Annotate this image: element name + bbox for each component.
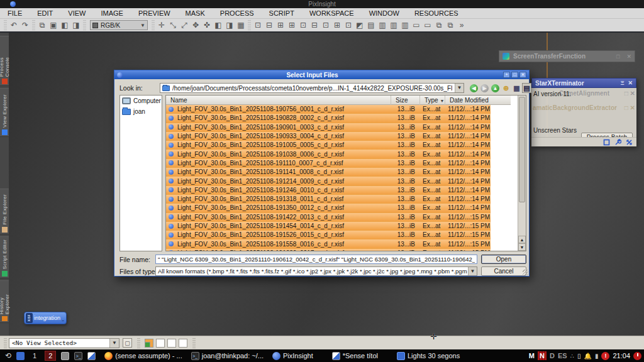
monitor-icon[interactable]: ▭ [411, 20, 422, 31]
file-row[interactable]: Light_FOV_30.0s_Bin1_20251108-190933_000… [166, 132, 491, 141]
keyboard-layout-es[interactable]: ES [558, 352, 567, 359]
workspace-1-button[interactable]: 1 [30, 351, 40, 360]
column-date-modified[interactable]: Date Modified [445, 96, 511, 105]
file-row[interactable]: Light_FOV_30.0s_Bin1_20251108-191350_001… [166, 204, 491, 212]
toolbar-grip[interactable] [4, 338, 7, 348]
foreground-background-color-swatch[interactable] [145, 339, 153, 348]
undo-icon[interactable]: ↶ [8, 20, 19, 31]
menu-resources[interactable]: RESOURCES [414, 9, 458, 17]
file-row[interactable]: Light_FOV_30.0s_Bin1_20251108-191558_001… [166, 239, 491, 248]
side-tab-script-editor[interactable]: Script Editor [0, 236, 9, 278]
view-b-icon[interactable]: ▥ [388, 20, 399, 31]
screen-mode-icon[interactable]: ⧉ [36, 20, 48, 31]
file-row[interactable]: Light_FOV_30.0s_Bin1_20251108-191038_000… [166, 150, 491, 158]
notifications-bell-icon[interactable]: 🔔 [584, 353, 591, 359]
image-reset-icon[interactable]: ⊞ [331, 20, 343, 31]
up-directory-button[interactable]: ▲ [491, 83, 500, 93]
menu-process[interactable]: PROCESS [220, 9, 254, 17]
keyboard-indicator-d[interactable]: D [550, 352, 555, 359]
sxt-track-view-icon[interactable] [626, 139, 633, 146]
workspace-2-button[interactable]: 2 [45, 351, 56, 361]
side-tab-view-explorer[interactable]: View Explorer [0, 88, 9, 137]
color-swatch-4[interactable] [179, 339, 187, 348]
image-zoom-icon[interactable]: ⊞ [275, 20, 286, 31]
image-auto-icon[interactable]: ⊡ [343, 20, 354, 31]
file-list-scrollbar[interactable]: ▲ ▼ [518, 96, 526, 251]
scrollbar-thumb[interactable] [519, 97, 525, 202]
alert-icon[interactable]: ! [601, 352, 609, 360]
image-save-icon[interactable]: ⊟ [264, 20, 275, 31]
task-lights-folder[interactable]: Lights 30 segons [397, 352, 460, 360]
window-more-icon[interactable]: » [456, 20, 467, 31]
file-row[interactable]: Light_FOV_30.0s_Bin1_20251108-191005_000… [166, 141, 491, 150]
files-of-type-combobox[interactable]: All known formats (*.bmp *.fit *.fits *.… [155, 266, 477, 276]
back-button[interactable]: ◀ [469, 83, 479, 93]
task-firefox[interactable]: (sense assumpte) - ... [104, 352, 182, 360]
iconized-image-integration[interactable]: XISF integration ▪▪ [24, 312, 67, 324]
file-row[interactable]: Light_FOV_30.0s_Bin1_20251108-191246_001… [166, 186, 491, 195]
side-tab-process-console[interactable]: Process Console [0, 36, 9, 86]
sxt-unscreen-stars-label[interactable]: Unscreen Stars [533, 127, 577, 134]
sxt-close-icon[interactable]: ✕ [628, 80, 633, 86]
sxt-shade-icon[interactable]: Ξ [621, 80, 625, 86]
new-folder-button[interactable]: ⊕ [501, 83, 511, 93]
task-pixinsight[interactable]: PixInsight [272, 352, 313, 360]
move-icon[interactable]: ✛ [156, 20, 167, 31]
stf-window-titlebar[interactable]: ScreenTransferFunction □ ✕ [499, 50, 635, 62]
file-row[interactable]: Light_FOV_30.0s_Bin1_20251108-191454_001… [166, 222, 491, 231]
detail-view-button[interactable]: ▤ [522, 83, 531, 93]
place-computer[interactable]: Computer [120, 96, 162, 106]
file-name-input[interactable] [155, 255, 477, 264]
power-button-icon[interactable] [633, 352, 641, 360]
window-cascade-icon[interactable]: ⧉ [445, 20, 456, 31]
open-button[interactable]: Open [481, 255, 526, 264]
place-joan[interactable]: joan [120, 106, 162, 117]
file-row[interactable]: Light_FOV_30.0s_Bin1_20251108-191110_000… [166, 159, 491, 168]
sxt-new-instance-icon[interactable] [603, 139, 610, 146]
half-right-icon[interactable]: ◨ [224, 20, 235, 31]
type-dropdown-arrow-icon[interactable]: ▼ [468, 267, 477, 275]
view-c-icon[interactable]: ▥ [399, 20, 411, 31]
redo-icon[interactable]: ↷ [19, 20, 31, 31]
show-desktop-button[interactable]: ⟲ [5, 351, 11, 360]
scroll-up-icon[interactable]: ▲ [518, 236, 526, 243]
monitor2-icon[interactable]: ▭ [422, 20, 433, 31]
file-row[interactable]: Light_FOV_30.0s_Bin1_20251108-191422_001… [166, 213, 491, 222]
link-views2-icon[interactable]: ◨ [70, 20, 82, 31]
column-type[interactable]: Type ▼ [420, 96, 445, 105]
menu-script[interactable]: SCRIPT [269, 9, 294, 17]
image-revert-icon[interactable]: ⊟ [309, 20, 320, 31]
task-terminal[interactable]: >_ joan@thinkpad: ~/... [191, 352, 264, 360]
image-open-icon[interactable]: ⊡ [252, 20, 264, 31]
half-left-icon[interactable]: ◧ [213, 20, 224, 31]
file-list-header[interactable]: Name Size Type ▼ Date Modified [166, 96, 511, 105]
window-menu-button[interactable] [16, 352, 25, 360]
toolbar-grip[interactable] [192, 338, 196, 348]
duplicate-window-icon[interactable]: ▣ [48, 20, 59, 31]
list-view-button[interactable]: ▦ [512, 83, 521, 93]
menu-mask[interactable]: MASK [186, 9, 205, 17]
keyboard-indicator-n[interactable]: N [538, 351, 547, 360]
view-a-icon[interactable]: ▥ [377, 20, 388, 31]
image-down-icon[interactable]: ⊞ [286, 20, 297, 31]
menu-workspace[interactable]: WORKSPACE [309, 9, 354, 17]
terminal-launcher[interactable]: >_ [74, 352, 82, 360]
image-stf-icon[interactable]: ⊡ [320, 20, 331, 31]
task-sense-titol[interactable]: *Sense títol [332, 352, 378, 360]
updates-icon[interactable]: ∴ [570, 353, 574, 359]
file-row[interactable]: Light_FOV_30.0s_Bin1_20251108-191630_001… [166, 249, 491, 251]
center-icon[interactable]: ✜ [201, 20, 213, 31]
file-row[interactable]: Light_FOV_30.0s_Bin1_20251108-191141_000… [166, 168, 491, 177]
dialog-close-icon[interactable]: ✕ [519, 72, 526, 78]
color-swatch-3[interactable] [167, 339, 176, 348]
side-tab-file-explorer[interactable]: File Explorer [0, 189, 9, 234]
view-left-icon[interactable]: ◩ [354, 20, 365, 31]
dialog-maximize-icon[interactable]: □ [511, 72, 518, 78]
file-row[interactable]: Light_FOV_30.0s_Bin1_20251108-191214_000… [166, 177, 491, 185]
view-selector-combobox[interactable]: <No View Selected> ▼ [9, 338, 119, 348]
mask-icon[interactable]: ▦ [235, 20, 247, 31]
file-row[interactable]: Light_FOV_30.0s_Bin1_20251108-190828_000… [166, 114, 491, 123]
cancel-button[interactable]: Cancel [481, 266, 526, 276]
file-row[interactable]: Light_FOV_30.0s_Bin1_20251108-190901_000… [166, 123, 491, 132]
menu-preview[interactable]: PREVIEW [138, 9, 170, 17]
